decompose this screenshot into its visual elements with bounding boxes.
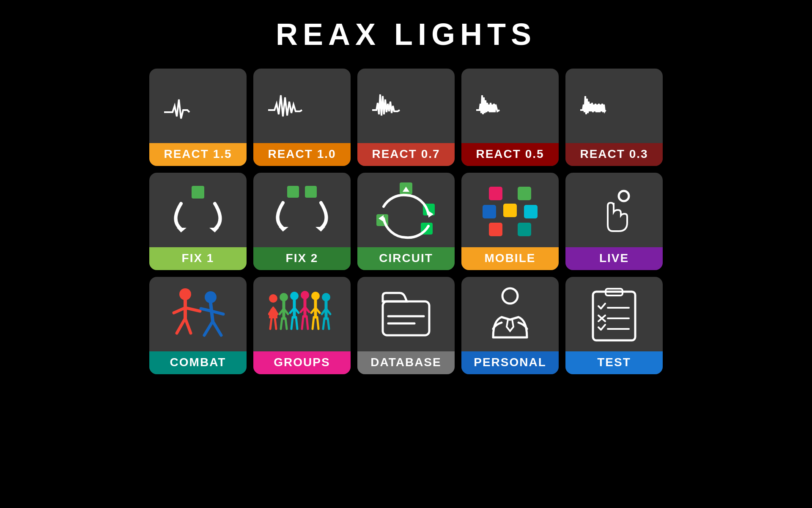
svg-rect-3 (287, 186, 299, 198)
svg-point-35 (269, 294, 277, 303)
tile-react07[interactable]: REACT 0.7 (357, 69, 455, 166)
svg-line-27 (177, 318, 185, 333)
svg-line-63 (317, 317, 318, 329)
svg-rect-17 (503, 204, 517, 217)
tile-react03[interactable]: REACT 0.3 (565, 69, 663, 166)
personal-label: PERSONAL (461, 351, 559, 374)
svg-line-45 (285, 318, 287, 329)
svg-rect-19 (489, 223, 502, 236)
svg-marker-2 (209, 228, 219, 232)
svg-line-68 (323, 318, 324, 329)
tile-database[interactable]: DATABASE (357, 277, 455, 374)
svg-line-69 (328, 318, 329, 329)
fix2-icon (253, 173, 351, 247)
svg-point-73 (502, 288, 518, 304)
tile-test[interactable]: TEST (565, 277, 663, 374)
mobile-label: MOBILE (461, 247, 559, 270)
tile-combat[interactable]: COMBAT (149, 277, 247, 374)
tile-react10[interactable]: REACT 1.0 (253, 69, 351, 166)
svg-marker-1 (177, 228, 187, 232)
svg-rect-18 (524, 205, 538, 218)
tile-mobile[interactable]: MOBILE (461, 173, 559, 270)
tile-grid: REACT 1.5 REACT 1.0 REACT 0.7 REACT 0.5 (145, 64, 667, 378)
svg-line-56 (302, 316, 303, 329)
circuit-label: CIRCUIT (357, 247, 455, 270)
svg-line-28 (185, 318, 191, 333)
svg-line-38 (270, 318, 272, 329)
svg-rect-15 (518, 187, 531, 200)
svg-line-26 (174, 308, 185, 313)
svg-line-44 (281, 318, 282, 329)
tile-fix2[interactable]: FIX 2 (253, 173, 351, 270)
tile-react05[interactable]: REACT 0.5 (461, 69, 559, 166)
react10-icon (253, 69, 351, 143)
svg-rect-70 (383, 301, 429, 335)
fix1-icon (149, 173, 247, 247)
page-title: REAX LIGHTS (276, 17, 536, 52)
react15-label: REACT 1.5 (149, 143, 247, 166)
svg-line-25 (185, 308, 200, 311)
tile-react15[interactable]: REACT 1.5 (149, 69, 247, 166)
svg-rect-16 (483, 205, 496, 218)
personal-icon (461, 277, 559, 351)
react03-label: REACT 0.3 (565, 143, 663, 166)
combat-label: COMBAT (149, 351, 247, 374)
test-icon (565, 277, 663, 351)
react03-icon (565, 69, 663, 143)
react10-label: REACT 1.0 (253, 143, 351, 166)
svg-point-29 (205, 291, 217, 303)
svg-rect-20 (518, 223, 531, 236)
svg-line-32 (212, 311, 223, 314)
svg-line-34 (213, 321, 221, 335)
svg-line-62 (313, 317, 314, 329)
database-label: DATABASE (357, 351, 455, 374)
react15-icon (149, 69, 247, 143)
live-icon (565, 173, 663, 247)
tile-circuit[interactable]: CIRCUIT (357, 173, 455, 270)
combat-icon (149, 277, 247, 351)
svg-marker-6 (315, 227, 325, 232)
tile-personal[interactable]: PERSONAL (461, 277, 559, 374)
react05-label: REACT 0.5 (461, 143, 559, 166)
react05-icon (461, 69, 559, 143)
svg-line-51 (296, 317, 297, 329)
svg-line-39 (275, 318, 276, 329)
tile-live[interactable]: LIVE (565, 173, 663, 270)
svg-line-33 (204, 321, 213, 335)
database-icon (357, 277, 455, 351)
fix2-label: FIX 2 (253, 247, 351, 270)
svg-point-23 (179, 288, 191, 300)
react07-label: REACT 0.7 (357, 143, 455, 166)
react07-icon (357, 69, 455, 143)
svg-rect-14 (489, 187, 502, 200)
tile-groups[interactable]: GROUPS (253, 277, 351, 374)
svg-point-21 (619, 191, 629, 201)
svg-line-57 (307, 316, 308, 329)
circuit-icon (357, 173, 455, 247)
tile-fix1[interactable]: FIX 1 (149, 173, 247, 270)
fix1-label: FIX 1 (149, 247, 247, 270)
svg-line-50 (291, 317, 293, 329)
test-label: TEST (565, 351, 663, 374)
live-label: LIVE (565, 247, 663, 270)
groups-label: GROUPS (253, 351, 351, 374)
groups-icon (253, 277, 351, 351)
svg-rect-4 (305, 186, 317, 198)
svg-rect-0 (192, 186, 204, 199)
mobile-icon (461, 173, 559, 247)
svg-marker-5 (279, 227, 288, 232)
